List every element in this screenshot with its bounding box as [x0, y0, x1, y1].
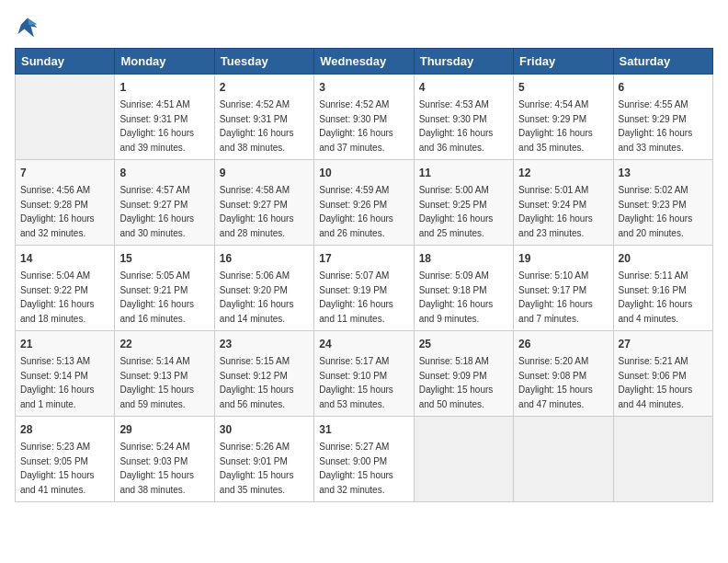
date-number: 26 [518, 336, 608, 352]
date-number: 20 [619, 250, 708, 267]
date-number: 7 [20, 165, 109, 181]
date-number: 6 [619, 79, 708, 96]
day-info: Sunrise: 5:09 AM Sunset: 9:18 PM Dayligh… [419, 269, 508, 326]
page-header [15, 15, 713, 40]
day-info: Sunrise: 5:02 AM Sunset: 9:23 PM Dayligh… [619, 183, 708, 240]
svg-marker-1 [28, 18, 38, 26]
date-number: 21 [20, 336, 109, 352]
day-info: Sunrise: 5:24 AM Sunset: 9:03 PM Dayligh… [119, 440, 209, 497]
date-number: 25 [419, 336, 508, 352]
weekday-header: Tuesday [214, 49, 313, 75]
svg-marker-0 [18, 18, 38, 38]
calendar-cell: 22Sunrise: 5:14 AM Sunset: 9:13 PM Dayli… [115, 331, 214, 417]
weekday-header: Friday [514, 49, 613, 75]
calendar-cell: 29Sunrise: 5:24 AM Sunset: 9:03 PM Dayli… [115, 417, 214, 502]
calendar-cell: 3Sunrise: 4:52 AM Sunset: 9:30 PM Daylig… [314, 75, 414, 160]
day-info: Sunrise: 5:26 AM Sunset: 9:01 PM Dayligh… [220, 440, 309, 497]
day-info: Sunrise: 4:51 AM Sunset: 9:31 PM Dayligh… [119, 98, 209, 155]
day-info: Sunrise: 5:17 AM Sunset: 9:10 PM Dayligh… [319, 354, 408, 411]
date-number: 3 [319, 79, 408, 96]
day-info: Sunrise: 5:21 AM Sunset: 9:06 PM Dayligh… [619, 354, 708, 411]
calendar-cell: 28Sunrise: 5:23 AM Sunset: 9:05 PM Dayli… [16, 417, 115, 502]
calendar-cell: 10Sunrise: 4:59 AM Sunset: 9:26 PM Dayli… [314, 160, 414, 246]
calendar-cell: 14Sunrise: 5:04 AM Sunset: 9:22 PM Dayli… [16, 246, 115, 331]
day-info: Sunrise: 4:57 AM Sunset: 9:27 PM Dayligh… [119, 183, 209, 240]
date-number: 23 [220, 336, 309, 352]
day-info: Sunrise: 5:11 AM Sunset: 9:16 PM Dayligh… [619, 269, 708, 326]
day-info: Sunrise: 5:05 AM Sunset: 9:21 PM Dayligh… [119, 269, 209, 326]
calendar-cell: 27Sunrise: 5:21 AM Sunset: 9:06 PM Dayli… [613, 331, 712, 417]
calendar-cell: 13Sunrise: 5:02 AM Sunset: 9:23 PM Dayli… [613, 160, 712, 246]
calendar-cell [514, 417, 613, 502]
calendar-cell: 1Sunrise: 4:51 AM Sunset: 9:31 PM Daylig… [115, 75, 214, 160]
calendar-cell: 20Sunrise: 5:11 AM Sunset: 9:16 PM Dayli… [613, 246, 712, 331]
calendar-cell: 18Sunrise: 5:09 AM Sunset: 9:18 PM Dayli… [414, 246, 513, 331]
calendar-cell: 26Sunrise: 5:20 AM Sunset: 9:08 PM Dayli… [514, 331, 613, 417]
date-number: 12 [518, 165, 608, 181]
date-number: 2 [220, 79, 309, 96]
logo-icon [15, 15, 40, 40]
calendar-cell: 25Sunrise: 5:18 AM Sunset: 9:09 PM Dayli… [414, 331, 513, 417]
calendar-cell: 16Sunrise: 5:06 AM Sunset: 9:20 PM Dayli… [214, 246, 313, 331]
date-number: 1 [119, 79, 209, 96]
date-number: 17 [319, 250, 408, 267]
day-info: Sunrise: 4:53 AM Sunset: 9:30 PM Dayligh… [419, 98, 508, 155]
day-info: Sunrise: 5:23 AM Sunset: 9:05 PM Dayligh… [20, 440, 109, 497]
calendar-cell: 12Sunrise: 5:01 AM Sunset: 9:24 PM Dayli… [514, 160, 613, 246]
date-number: 16 [220, 250, 309, 267]
day-info: Sunrise: 4:56 AM Sunset: 9:28 PM Dayligh… [20, 183, 109, 240]
day-info: Sunrise: 5:04 AM Sunset: 9:22 PM Dayligh… [20, 269, 109, 326]
date-number: 11 [419, 165, 508, 181]
date-number: 13 [619, 165, 708, 181]
date-number: 14 [20, 250, 109, 267]
day-info: Sunrise: 5:20 AM Sunset: 9:08 PM Dayligh… [518, 354, 608, 411]
calendar-cell: 6Sunrise: 4:55 AM Sunset: 9:29 PM Daylig… [613, 75, 712, 160]
calendar-cell: 21Sunrise: 5:13 AM Sunset: 9:14 PM Dayli… [16, 331, 115, 417]
calendar-week-row: 14Sunrise: 5:04 AM Sunset: 9:22 PM Dayli… [16, 246, 713, 331]
day-info: Sunrise: 4:59 AM Sunset: 9:26 PM Dayligh… [319, 183, 408, 240]
date-number: 4 [419, 79, 508, 96]
weekday-header: Sunday [16, 49, 115, 75]
calendar-cell: 31Sunrise: 5:27 AM Sunset: 9:00 PM Dayli… [314, 417, 414, 502]
date-number: 24 [319, 336, 408, 352]
day-info: Sunrise: 5:18 AM Sunset: 9:09 PM Dayligh… [419, 354, 508, 411]
calendar-cell: 30Sunrise: 5:26 AM Sunset: 9:01 PM Dayli… [214, 417, 313, 502]
day-info: Sunrise: 4:55 AM Sunset: 9:29 PM Dayligh… [619, 98, 708, 155]
calendar-cell: 7Sunrise: 4:56 AM Sunset: 9:28 PM Daylig… [16, 160, 115, 246]
date-number: 29 [119, 421, 209, 438]
day-info: Sunrise: 5:15 AM Sunset: 9:12 PM Dayligh… [220, 354, 309, 411]
date-number: 22 [119, 336, 209, 352]
day-info: Sunrise: 4:52 AM Sunset: 9:31 PM Dayligh… [220, 98, 309, 155]
weekday-header: Wednesday [314, 49, 414, 75]
date-number: 5 [518, 79, 608, 96]
day-info: Sunrise: 5:14 AM Sunset: 9:13 PM Dayligh… [119, 354, 209, 411]
date-number: 30 [220, 421, 309, 438]
calendar-week-row: 1Sunrise: 4:51 AM Sunset: 9:31 PM Daylig… [16, 75, 713, 160]
calendar-cell: 8Sunrise: 4:57 AM Sunset: 9:27 PM Daylig… [115, 160, 214, 246]
calendar-cell: 17Sunrise: 5:07 AM Sunset: 9:19 PM Dayli… [314, 246, 414, 331]
calendar-table: SundayMondayTuesdayWednesdayThursdayFrid… [15, 48, 713, 502]
calendar-week-row: 7Sunrise: 4:56 AM Sunset: 9:28 PM Daylig… [16, 160, 713, 246]
day-info: Sunrise: 5:00 AM Sunset: 9:25 PM Dayligh… [419, 183, 508, 240]
calendar-cell [16, 75, 115, 160]
date-number: 27 [619, 336, 708, 352]
day-info: Sunrise: 5:10 AM Sunset: 9:17 PM Dayligh… [518, 269, 608, 326]
day-info: Sunrise: 5:27 AM Sunset: 9:00 PM Dayligh… [319, 440, 408, 497]
calendar-cell: 11Sunrise: 5:00 AM Sunset: 9:25 PM Dayli… [414, 160, 513, 246]
calendar-week-row: 28Sunrise: 5:23 AM Sunset: 9:05 PM Dayli… [16, 417, 713, 502]
calendar-cell: 5Sunrise: 4:54 AM Sunset: 9:29 PM Daylig… [514, 75, 613, 160]
date-number: 31 [319, 421, 408, 438]
day-info: Sunrise: 5:13 AM Sunset: 9:14 PM Dayligh… [20, 354, 109, 411]
calendar-cell: 19Sunrise: 5:10 AM Sunset: 9:17 PM Dayli… [514, 246, 613, 331]
weekday-header: Thursday [414, 49, 513, 75]
logo [15, 15, 44, 40]
date-number: 8 [119, 165, 209, 181]
day-info: Sunrise: 4:52 AM Sunset: 9:30 PM Dayligh… [319, 98, 408, 155]
date-number: 19 [518, 250, 608, 267]
weekday-header: Saturday [613, 49, 712, 75]
calendar-header-row: SundayMondayTuesdayWednesdayThursdayFrid… [16, 49, 713, 75]
calendar-cell: 15Sunrise: 5:05 AM Sunset: 9:21 PM Dayli… [115, 246, 214, 331]
calendar-cell: 24Sunrise: 5:17 AM Sunset: 9:10 PM Dayli… [314, 331, 414, 417]
day-info: Sunrise: 5:06 AM Sunset: 9:20 PM Dayligh… [220, 269, 309, 326]
calendar-cell: 4Sunrise: 4:53 AM Sunset: 9:30 PM Daylig… [414, 75, 513, 160]
